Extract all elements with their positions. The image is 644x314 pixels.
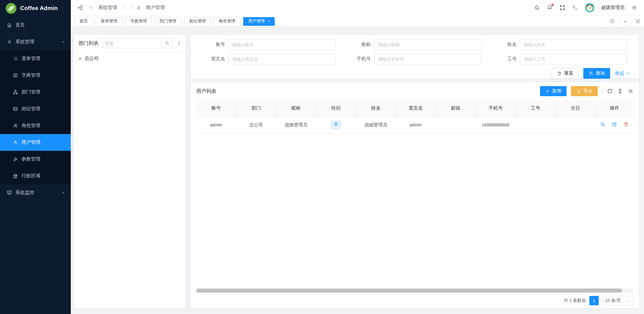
user-search-form: 账号 昵称 姓名 英文名 手机号 工号 [191, 35, 639, 78]
user-icon [13, 140, 18, 145]
tab-menu-management[interactable]: 菜单管理 [96, 17, 122, 26]
sidebar-item-system-management[interactable]: 系统管理 [0, 34, 71, 50]
work-no-input[interactable] [520, 54, 627, 64]
cell-phone: 18888888888 [476, 117, 516, 133]
col-work-no: 工号 [516, 100, 555, 117]
user-list-title: 用户列表 [196, 88, 216, 95]
edit-icon[interactable] [612, 122, 617, 127]
breadcrumb-root[interactable]: 系统管理 [98, 5, 117, 11]
department-panel-menu-button[interactable] [176, 38, 182, 48]
cell-birthday [555, 117, 595, 133]
sidebar-item-menu-management[interactable]: 菜单管理 [0, 50, 71, 67]
sidebar-item-label: 用户管理 [21, 139, 40, 145]
export-button[interactable]: 导出 [571, 86, 598, 96]
page-size-select[interactable]: 10 条/页 [602, 296, 634, 305]
col-gender: 性别 [316, 100, 356, 117]
sidebar-item-dictionary-management[interactable]: 字典管理 [0, 67, 71, 84]
fullscreen-icon[interactable] [559, 5, 566, 11]
col-name: 姓名 [356, 100, 396, 117]
search-icon[interactable] [534, 5, 540, 11]
page-button-1[interactable]: 1 [589, 296, 599, 305]
chevron-down-icon [627, 299, 631, 303]
tab-post-management[interactable]: 岗位管理 [184, 17, 211, 26]
refresh-icon [610, 19, 615, 24]
query-button[interactable]: 查询 [583, 68, 610, 79]
col-english-name: 英文名 [396, 100, 436, 117]
add-user-button[interactable]: 新增 [540, 86, 567, 96]
svg-text:A: A [575, 8, 577, 11]
sidebar-item-label: 系统监控 [15, 190, 34, 196]
chevron-up-icon [61, 40, 65, 44]
username[interactable]: 超级管理员 [601, 5, 625, 11]
department-search-input[interactable] [102, 38, 161, 48]
sidebar-item-role-management[interactable]: 角色管理 [0, 117, 71, 134]
field-nickname: 昵称 [342, 39, 488, 50]
avatar[interactable] [585, 3, 594, 12]
english-name-input[interactable] [228, 54, 336, 64]
reset-button[interactable]: 重置 [552, 68, 579, 79]
close-tab-icon[interactable]: × [268, 19, 270, 23]
sidebar-item-parameter-management[interactable]: 参数管理 [0, 151, 71, 168]
list-icon [13, 56, 18, 61]
col-email: 邮箱 [436, 100, 476, 117]
sidebar-item-department-management[interactable]: 部门管理 [0, 84, 71, 101]
account-input[interactable] [228, 39, 336, 50]
table-header-row: 账号 部门 昵称 性别 姓名 英文名 邮箱 手机号 工号 生日 操作 [196, 100, 634, 117]
cell-actions [595, 117, 634, 133]
maximize-icon [635, 19, 640, 24]
app-logo[interactable]: Coffee Admin [0, 0, 71, 17]
tab-list-dropdown-button[interactable] [619, 16, 631, 27]
sidebar-item-home[interactable]: 首页 [0, 17, 71, 34]
cell-gender: 男 [316, 117, 356, 133]
cell-department: 总公司 [236, 117, 276, 133]
cell-work-no [516, 117, 555, 133]
horizontal-scrollbar [196, 289, 634, 293]
sidebar-item-user-management[interactable]: 用户管理 [0, 134, 71, 151]
department-search-button[interactable] [161, 38, 173, 48]
translate-icon[interactable]: 文 A [572, 5, 578, 11]
delete-icon[interactable] [624, 122, 629, 127]
tree-node-head-office[interactable]: 总公司 [74, 52, 185, 65]
refresh-tab-button[interactable] [606, 16, 619, 27]
menu-fold-icon[interactable] [77, 5, 84, 11]
maximize-content-button[interactable] [631, 16, 644, 27]
table-settings-gear-icon[interactable] [628, 88, 634, 94]
settings-gear-icon[interactable] [631, 5, 637, 11]
tab-role-management[interactable]: 角色管理 [214, 17, 240, 26]
field-account: 账号 [196, 39, 342, 50]
field-work-no: 工号 [488, 54, 634, 64]
column-height-icon[interactable] [617, 88, 623, 94]
kebab-menu-icon [177, 41, 181, 46]
field-label: 姓名 [488, 42, 520, 48]
tab-user-management[interactable]: 用户管理 × [243, 17, 275, 26]
pagination: 共 1 条数据 1 10 条/页 [196, 295, 634, 308]
sidebar-item-admin-region[interactable]: 行政区域 [0, 168, 71, 184]
notifications-button[interactable] [547, 5, 553, 11]
tab-department-management[interactable]: 部门管理 [155, 17, 181, 26]
sidebar-item-label: 角色管理 [21, 123, 40, 129]
field-label: 昵称 [342, 42, 374, 48]
col-account: 账号 [196, 100, 236, 117]
col-nickname: 昵称 [276, 100, 316, 117]
nickname-input[interactable] [374, 39, 482, 50]
ops-divider [620, 122, 621, 127]
pagination-total: 共 1 条数据 [564, 298, 586, 304]
sidebar-item-post-management[interactable]: 岗位管理 [0, 101, 71, 117]
tab-home[interactable]: 首页 [74, 17, 93, 26]
view-icon[interactable] [600, 122, 605, 127]
horizontal-scrollbar-thumb[interactable] [196, 289, 622, 293]
dictionary-icon [13, 73, 18, 78]
refresh-table-icon[interactable] [607, 88, 613, 94]
table-row: admin 总公司 超级管理员 男 超级管理员 admin 1888888888… [196, 117, 634, 133]
department-panel-title: 部门列表 [78, 40, 99, 47]
roles-icon [13, 123, 18, 128]
app-title: Coffee Admin [20, 5, 58, 12]
name-input[interactable] [520, 39, 627, 50]
caret-right-icon[interactable] [78, 57, 82, 60]
phone-input[interactable] [374, 54, 482, 64]
tab-dictionary-management[interactable]: 字典管理 [125, 17, 152, 26]
breadcrumb-separator: / [130, 5, 131, 10]
sidebar-item-system-monitor[interactable]: 系统监控 [0, 184, 71, 201]
user-table: 账号 部门 昵称 性别 姓名 英文名 邮箱 手机号 工号 生日 操作 admin… [196, 100, 634, 133]
collapse-form-link[interactable]: 收起 [615, 70, 630, 76]
